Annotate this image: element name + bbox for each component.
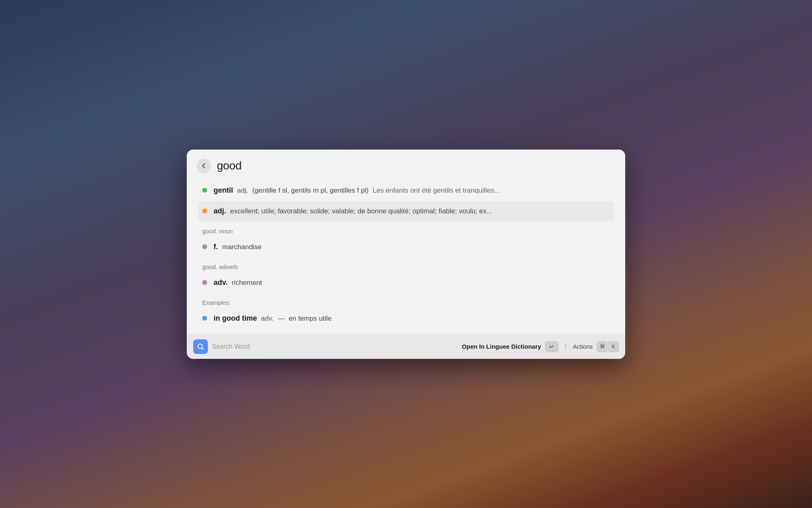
search-placeholder[interactable]: Search Word (212, 343, 462, 350)
entry-row-gentil[interactable]: gentil adj. (gentille f sl, gentils m pl… (198, 180, 614, 200)
entry-content-example: in good time adv. — en temps utile (214, 314, 332, 323)
dialog-overlay: good gentil adj. (gentille f sl, gentils… (0, 0, 812, 508)
dot-purple-1 (202, 244, 207, 249)
section-header-adverb: good. adverb (198, 258, 614, 273)
footer-actions: Open In Linguee Dictionary ↵ | Actions ⌘… (462, 341, 619, 352)
entry-row-adverb[interactable]: adv. richement (198, 273, 614, 293)
section-header-noun: good. noun (198, 222, 614, 237)
detail-marchandise: marchandise (222, 243, 261, 251)
section-adverb-text: good. adverb (202, 263, 238, 270)
cmd-key[interactable]: ⌘ (597, 341, 607, 352)
word-gentil: gentil (214, 186, 233, 195)
dot-blue (202, 316, 207, 321)
enter-key-button[interactable]: ↵ (545, 341, 558, 352)
pos-adv: adv. (214, 278, 228, 287)
section-examples-text: Examples: (202, 299, 231, 306)
k-key[interactable]: K (608, 341, 619, 352)
lookup-dialog: good gentil adj. (gentille f sl, gentils… (187, 150, 625, 359)
detail-richement: richement (232, 279, 262, 287)
actions-label[interactable]: Actions (573, 343, 593, 350)
dot-purple-2 (202, 280, 207, 285)
translation-en-temps-utile: en temps utile (289, 315, 332, 323)
entry-content-noun: f. marchandise (214, 243, 261, 251)
dialog-content: gentil adj. (gentille f sl, gentils m pl… (187, 180, 625, 334)
detail-adj-excellent: excellent; utile; favorable; solide; val… (230, 207, 492, 215)
example-gentil: Les enfants ont été gentils et tranquill… (373, 187, 500, 195)
kbd-shortcut-cmd-k: ⌘ K (597, 341, 619, 352)
enter-key-symbol: ↵ (549, 343, 554, 350)
pos-adj-2: adj. (214, 207, 226, 215)
phrase-in-good-time: in good time (214, 314, 257, 323)
entry-content-gentil: gentil adj. (gentille f sl, gentils m pl… (214, 186, 500, 195)
search-icon-container (193, 339, 208, 354)
entry-row-noun[interactable]: f. marchandise (198, 237, 614, 257)
dialog-header: good (187, 150, 625, 180)
search-icon (197, 343, 205, 351)
dot-green (202, 188, 207, 193)
entry-row-adj-excellent[interactable]: adj. excellent; utile; favorable; solide… (198, 201, 614, 221)
section-noun-text: good. noun (202, 228, 233, 234)
back-button[interactable] (197, 158, 211, 173)
open-in-linguee-button[interactable]: Open In Linguee Dictionary (462, 343, 541, 350)
dash-separator: — (278, 315, 285, 323)
entry-content-adverb: adv. richement (214, 278, 262, 287)
footer-separator: | (562, 343, 569, 350)
dialog-footer: Search Word Open In Linguee Dictionary ↵… (187, 334, 625, 359)
dialog-title: good (217, 159, 242, 172)
section-header-examples: Examples: (198, 293, 614, 308)
entry-row-example[interactable]: in good time adv. — en temps utile (198, 308, 614, 328)
pos-adj-1: adj. (237, 187, 248, 195)
detail-gentil: (gentille f sl, gentils m pl, gentilles … (252, 187, 368, 195)
pos-adv-example: adv. (261, 315, 274, 323)
entry-content-adj: adj. excellent; utile; favorable; solide… (214, 207, 492, 215)
pos-f: f. (214, 243, 218, 251)
dot-orange (202, 208, 207, 213)
